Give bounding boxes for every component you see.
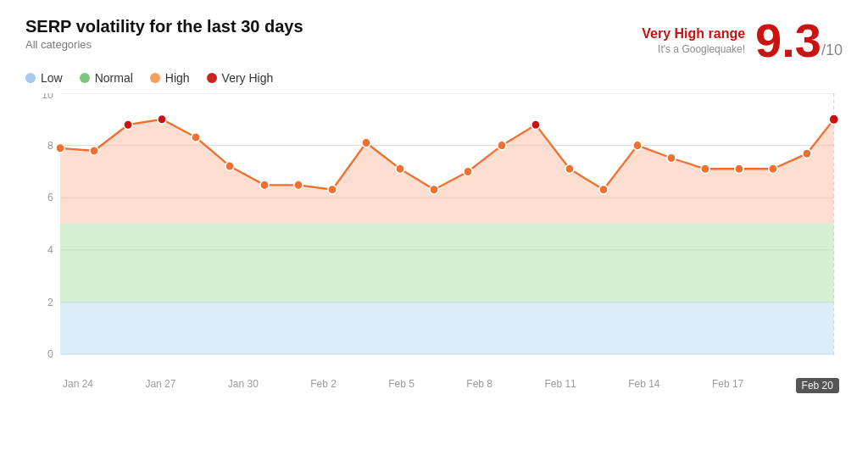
svg-point-26 <box>362 138 370 147</box>
svg-point-21 <box>192 133 200 142</box>
svg-point-35 <box>667 153 676 163</box>
svg-point-20 <box>158 115 166 125</box>
svg-point-38 <box>769 164 777 174</box>
legend-dot <box>150 73 160 83</box>
svg-point-34 <box>633 141 642 150</box>
svg-point-23 <box>260 181 269 190</box>
svg-text:6: 6 <box>47 192 53 203</box>
title-section: SERP volatility for the last 30 days All… <box>25 17 303 51</box>
svg-point-39 <box>803 149 811 158</box>
svg-marker-16 <box>60 119 834 224</box>
legend-item-low: Low <box>25 71 63 85</box>
svg-rect-15 <box>60 224 834 302</box>
svg-point-40 <box>829 114 838 125</box>
svg-point-31 <box>531 120 540 130</box>
legend-label: High <box>165 71 190 85</box>
chart-svg: 0 2 4 6 8 10 <box>25 93 843 381</box>
page-title: SERP volatility for the last 30 days <box>25 17 303 36</box>
score-denom: /10 <box>821 42 843 59</box>
legend-item-very-high: Very High <box>207 71 274 85</box>
score-display: 9.3 /10 <box>755 17 843 64</box>
svg-text:2: 2 <box>47 297 53 308</box>
legend-label: Normal <box>95 71 133 85</box>
svg-text:8: 8 <box>47 140 53 152</box>
svg-point-27 <box>396 164 404 174</box>
score-section: Very High range It's a Googlequake! 9.3 … <box>642 17 843 64</box>
svg-point-29 <box>464 167 472 176</box>
legend-item-normal: Normal <box>80 71 133 85</box>
svg-point-28 <box>430 185 438 194</box>
svg-point-32 <box>565 164 574 174</box>
page-container: SERP volatility for the last 30 days All… <box>0 0 868 450</box>
score-label: Very High range It's a Googlequake! <box>642 26 745 55</box>
legend: LowNormalHighVery High <box>25 71 843 85</box>
svg-point-25 <box>328 185 337 194</box>
svg-point-24 <box>294 181 303 190</box>
svg-text:0: 0 <box>47 348 53 360</box>
svg-text:4: 4 <box>47 244 53 256</box>
score-sub: It's a Googlequake! <box>642 43 745 55</box>
legend-dot <box>25 73 36 83</box>
legend-dot <box>80 73 90 83</box>
legend-label: Very High <box>222 71 274 85</box>
score-range: Very High range <box>642 26 745 42</box>
svg-point-18 <box>90 147 98 156</box>
svg-point-19 <box>124 120 132 130</box>
chart-area: 0 2 4 6 8 10 <box>25 93 843 381</box>
svg-point-17 <box>56 144 64 153</box>
svg-point-37 <box>735 164 743 174</box>
svg-point-36 <box>701 164 709 174</box>
header: SERP volatility for the last 30 days All… <box>25 17 843 64</box>
subtitle: All categories <box>25 38 303 51</box>
legend-dot <box>207 73 217 83</box>
svg-point-30 <box>498 141 506 150</box>
score-value: 9.3 <box>755 17 821 64</box>
legend-label: Low <box>41 71 63 85</box>
svg-rect-14 <box>60 303 834 355</box>
svg-text:10: 10 <box>42 93 53 101</box>
legend-item-high: High <box>150 71 190 85</box>
svg-point-22 <box>225 162 234 171</box>
svg-point-33 <box>599 185 608 194</box>
